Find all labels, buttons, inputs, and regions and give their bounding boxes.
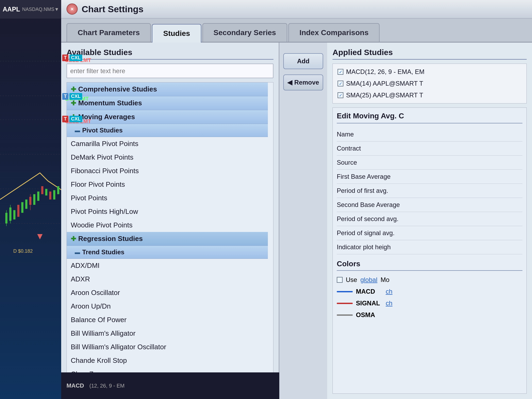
right-panel: Applied Studies ✓ MACD(12, 26, 9 - EMA, … (327, 43, 532, 399)
edit-row-contract: Contract (337, 142, 522, 156)
left-panel: Available Studies ✚ Comprehensive Studie… (61, 43, 279, 399)
main-content: Available Studies ✚ Comprehensive Studie… (61, 43, 532, 399)
title-bar: × Chart Settings (61, 0, 532, 19)
global-link[interactable]: global (360, 276, 377, 284)
colors-header: Colors (337, 260, 522, 271)
studies-list: ✚ Comprehensive Studies ✚ Momentum Studi… (67, 82, 273, 393)
tab-chart-parameters[interactable]: Chart Parameters (66, 23, 151, 42)
ticker-symbol: AAPL (3, 6, 20, 13)
svg-rect-9 (17, 205, 19, 217)
studies-filter-input[interactable] (66, 64, 273, 78)
available-studies-header: Available Studies (66, 48, 273, 60)
tab-studies[interactable]: Studies (152, 24, 201, 43)
category-label: Comprehensive Studies (78, 85, 157, 93)
edit-section: Edit Moving Avg. C Name Contract Source … (332, 107, 527, 394)
edit-field-label: Source (337, 159, 411, 166)
badge-group-3: T CXL (62, 116, 82, 122)
applied-item-macd[interactable]: ✓ MACD(12, 26, 9 - EMA, EM (335, 66, 524, 78)
category-comprehensive[interactable]: ✚ Comprehensive Studies (67, 82, 268, 96)
edit-row-period-signal: Period of signal avg. (337, 226, 522, 240)
macd-bottom-label: MACD (66, 382, 84, 389)
edit-field-label: Period of first avg. (337, 187, 411, 194)
badge-group-1: T CXL (62, 55, 82, 61)
svg-rect-11 (25, 200, 27, 209)
macd-color-link[interactable]: ch (386, 288, 392, 295)
signal-color-link[interactable]: ch (386, 300, 392, 307)
badge-group-2: T CXL (62, 93, 82, 100)
category-momentum[interactable]: ✚ Momentum Studies (67, 96, 268, 110)
svg-rect-8 (13, 210, 15, 219)
osma-color-swatch (337, 314, 353, 316)
tab-secondary-series[interactable]: Secondary Series (202, 23, 287, 42)
close-button[interactable]: × (66, 3, 78, 15)
category-moving-averages[interactable]: ✚ Moving Averages (67, 110, 268, 124)
edit-header: Edit Moving Avg. C (337, 112, 522, 123)
svg-marker-27 (37, 234, 43, 239)
color-row-signal: SIGNAL ch (337, 297, 522, 309)
study-chande-kroll[interactable]: Chande Kroll Stop (67, 354, 268, 367)
study-bill-alligator[interactable]: Bill William's Alligator (67, 327, 268, 340)
macd-color-swatch (337, 291, 353, 292)
study-balance-power[interactable]: Balance Of Power (67, 313, 268, 327)
applied-checkbox[interactable]: ✓ (338, 81, 343, 86)
signal-color-swatch (337, 303, 353, 304)
svg-rect-16 (45, 189, 47, 196)
svg-rect-18 (53, 190, 55, 200)
chart-settings-dialog: × Chart Settings Chart Parameters Studie… (61, 0, 532, 399)
edit-row-source: Source (337, 156, 522, 170)
applied-label: MACD(12, 26, 9 - EMA, EM (346, 68, 425, 76)
study-floor[interactable]: Floor Pivot Points (67, 178, 268, 191)
category-pivot-studies[interactable]: ▬ Pivot Studies (67, 124, 268, 137)
ticker-exchange[interactable]: NASDAQ.NMS▼ (22, 7, 59, 12)
edit-field-label: First Base Average (337, 173, 411, 180)
study-aroon-osc[interactable]: Aroon Oscillator (67, 286, 268, 300)
edit-field-label: Indicator plot heigh (337, 243, 411, 251)
color-row-macd: MACD ch (337, 286, 522, 297)
use-global-checkbox[interactable] (337, 277, 343, 283)
applied-checkbox[interactable]: ✓ (338, 92, 343, 98)
use-global-row: Use global Mo (337, 274, 522, 286)
svg-rect-19 (57, 186, 59, 194)
remove-button[interactable]: ◀ Remove (283, 74, 323, 90)
add-button[interactable]: Add (283, 53, 323, 69)
edit-field-label: Contract (337, 145, 411, 152)
osma-color-label: OSMA (356, 311, 383, 319)
study-adxdmi[interactable]: ADX/DMI (67, 259, 268, 272)
category-label: Trend Studies (82, 248, 124, 256)
macd-color-label: MACD (356, 288, 383, 295)
applied-studies-list: ✓ MACD(12, 26, 9 - EMA, EM ✓ SMA(14) AAP… (332, 64, 527, 103)
study-demark[interactable]: DeMark Pivot Points (67, 151, 268, 164)
svg-text:D $0.182: D $0.182 (13, 248, 33, 254)
study-pivot-points[interactable]: Pivot Points (67, 191, 268, 205)
studies-list-container: ✚ Comprehensive Studies ✚ Momentum Studi… (66, 82, 273, 394)
applied-item-sma25[interactable]: ✓ SMA(25) AAPL@SMART T (335, 89, 524, 101)
svg-rect-13 (33, 194, 35, 205)
plus-icon: ✚ (71, 235, 76, 243)
tab-index-comparisons[interactable]: Index Comparisons (288, 23, 380, 42)
category-regression[interactable]: ✚ Regression Studies (67, 232, 268, 246)
study-camarilla[interactable]: Camarilla Pivot Points (67, 137, 268, 151)
study-pivot-high-low[interactable]: Pivot Points High/Low (67, 205, 268, 218)
category-trend-studies[interactable]: ▬ Trend Studies (67, 246, 268, 259)
macd-bottom-params: (12, 26, 9 - EM (89, 383, 124, 389)
study-bill-alligator-osc[interactable]: Bill William's Alligator Oscillator (67, 340, 268, 354)
study-fibonacci[interactable]: Fibonacci Pivot Points (67, 164, 268, 178)
study-aroon-updn[interactable]: Aroon Up/Dn (67, 300, 268, 313)
study-adxr[interactable]: ADXR (67, 272, 268, 286)
eq-icon: ▬ (75, 249, 80, 255)
action-buttons: Add ◀ Remove (279, 43, 327, 399)
edit-row-first-base-avg: First Base Average (337, 170, 522, 184)
edit-row-period-second: Period of second avg. (337, 212, 522, 226)
colors-section: Colors Use global Mo MACD ch S (337, 260, 522, 321)
dialog-title: Chart Settings (82, 4, 143, 14)
applied-checkbox[interactable]: ✓ (338, 69, 343, 75)
study-woodie[interactable]: Woodie Pivot Points (67, 218, 268, 232)
applied-label: SMA(14) AAPL@SMART T (346, 80, 423, 87)
category-label: Pivot Studies (82, 127, 123, 134)
edit-field-label: Period of second avg. (337, 215, 411, 223)
edit-row-indicator-height: Indicator plot heigh (337, 240, 522, 254)
applied-item-sma14[interactable]: ✓ SMA(14) AAPL@SMART T (335, 78, 524, 89)
edit-field-label: Second Base Average (337, 201, 411, 209)
macd-bottom-bar: MACD (12, 26, 9 - EM (61, 372, 279, 399)
signal-color-label: SIGNAL (356, 300, 383, 307)
